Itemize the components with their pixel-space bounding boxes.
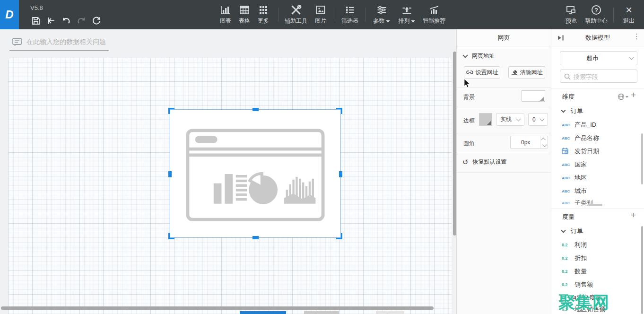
tool-chart[interactable]: 图表 — [220, 4, 231, 25]
field-search-input[interactable]: 搜索字段 — [560, 70, 637, 83]
field-row[interactable]: ABC 国家 — [551, 158, 644, 171]
filter-list-icon — [345, 4, 355, 16]
tool-label: 表格 — [239, 17, 250, 25]
field-row[interactable]: ABC 地区 — [551, 171, 644, 184]
help-center-button[interactable]: ? 帮助中心 — [585, 4, 608, 25]
field-row[interactable]: 0.2 数量 — [551, 265, 644, 278]
comment-icon — [12, 38, 22, 46]
set-url-button[interactable]: 设置网址 — [464, 66, 500, 78]
tools-icon — [290, 4, 302, 16]
measure-group-row[interactable]: 订单 — [551, 225, 644, 238]
tool-more[interactable]: 更多 — [258, 4, 269, 25]
reset-defaults-button[interactable]: ↺ 恢复默认设置 — [462, 158, 507, 166]
tool-label: 更多 — [258, 17, 269, 25]
radius-input[interactable]: 0px — [510, 136, 548, 149]
web-address-section-toggle[interactable]: 网页地址 — [463, 52, 495, 60]
add-dimension-icon[interactable]: + — [631, 90, 636, 100]
field-row[interactable]: ABC 产品_ID — [551, 118, 644, 131]
text-field-type-icon: ABC — [562, 201, 572, 205]
logo-letter: D — [5, 8, 13, 21]
redo-icon[interactable] — [76, 15, 87, 26]
dimension-group-row[interactable]: 订单 — [551, 105, 644, 118]
refresh-icon[interactable] — [91, 15, 102, 26]
measure-vertical-scrollbar[interactable] — [641, 226, 643, 314]
selection-edge-handle[interactable] — [339, 171, 342, 177]
selection-edge-handle[interactable] — [168, 171, 172, 177]
border-label: 边框 — [463, 117, 475, 125]
tool-aux-tools[interactable]: 辅助工具 — [285, 4, 307, 25]
border-style-select[interactable]: 实线 — [496, 113, 524, 126]
field-row[interactable]: ABC 产品名称 — [551, 131, 644, 145]
divider — [457, 107, 551, 107]
collapse-panel-icon[interactable] — [557, 35, 564, 41]
question-placeholder: 在此输入您的数据相关问题 — [26, 38, 106, 46]
clear-url-button[interactable]: 清除网址 — [508, 66, 545, 78]
background-label: 背景 — [463, 93, 475, 101]
field-row[interactable]: 0.2 利润 — [551, 238, 644, 252]
background-color-swatch[interactable] — [522, 90, 545, 102]
field-row[interactable]: 0.2 折扣 — [551, 252, 644, 265]
border-width-select[interactable]: 0 — [528, 113, 548, 126]
field-row[interactable]: 0.2 销售额 — [551, 278, 644, 291]
image-icon — [316, 4, 325, 16]
canvas-horizontal-scrollbar[interactable] — [1, 306, 434, 310]
dimension-vertical-scrollbar[interactable] — [641, 133, 643, 184]
tool-arrange[interactable]: 排列 — [399, 4, 415, 25]
undo-icon[interactable] — [61, 15, 72, 26]
locale-globe-button[interactable] — [618, 93, 628, 100]
border-style-value: 实线 — [500, 115, 512, 123]
bottom-scroll-fragment-blue — [240, 311, 286, 314]
preview-icon — [566, 4, 576, 16]
divider — [457, 133, 551, 133]
field-row[interactable]: ABC 子类别 — [551, 198, 644, 208]
chevron-down-icon — [462, 52, 468, 58]
selection-corner-handle[interactable] — [168, 233, 174, 239]
preview-button[interactable]: 预览 — [566, 4, 577, 25]
exit-button[interactable]: × 退出 — [623, 4, 635, 25]
back-to-start-icon[interactable] — [45, 15, 57, 26]
tool-label: 筛选器 — [341, 17, 358, 25]
model-panel-title: 数据模型 — [585, 34, 610, 42]
spinner-down-icon[interactable] — [540, 142, 548, 148]
divider — [457, 172, 551, 173]
spinner-up-icon[interactable] — [540, 136, 548, 142]
tool-label: 智能推荐 — [423, 17, 445, 25]
dimension-horizontal-scrollbar[interactable] — [588, 204, 602, 206]
border-color-swatch[interactable] — [479, 113, 492, 126]
selection-corner-handle[interactable] — [336, 108, 342, 114]
field-name: 数量 — [574, 267, 587, 276]
link-icon — [466, 70, 473, 75]
selection-edge-handle[interactable] — [252, 236, 259, 239]
toolbar-separator — [278, 8, 278, 22]
field-row[interactable]: 发货日期 — [551, 145, 644, 158]
dataset-select[interactable]: 超市 — [560, 51, 637, 65]
field-row[interactable]: ABC 城市 — [551, 184, 644, 198]
divider — [457, 87, 551, 88]
model-panel-header: 数据模型 ⋮ — [551, 29, 644, 46]
reset-icon: ↺ — [462, 159, 469, 166]
save-icon[interactable] — [30, 15, 42, 26]
kebab-menu-icon[interactable]: ⋮ — [633, 32, 640, 41]
selection-edge-handle[interactable] — [252, 108, 259, 111]
app-logo: D — [0, 0, 19, 29]
tool-image[interactable]: 图片 — [315, 4, 326, 25]
search-icon — [564, 73, 571, 80]
add-measure-icon[interactable]: + — [631, 210, 636, 220]
canvas-vertical-scrollbar[interactable] — [453, 52, 456, 236]
measures-title: 度量 — [562, 213, 574, 221]
tool-table[interactable]: 表格 — [239, 4, 250, 25]
tool-filter[interactable]: 筛选器 — [341, 4, 358, 25]
smart-chart-icon — [429, 4, 439, 16]
group-name: 订单 — [571, 227, 583, 236]
globe-icon — [618, 93, 625, 100]
question-input[interactable]: 在此输入您的数据相关问题 — [9, 36, 123, 52]
tool-params[interactable]: 参数 — [374, 4, 390, 25]
web-component-widget[interactable] — [170, 110, 340, 237]
selection-corner-handle[interactable] — [336, 233, 342, 239]
help-icon: ? — [592, 4, 601, 16]
clear-url-label: 清除网址 — [520, 69, 543, 77]
selection-corner-handle[interactable] — [168, 108, 174, 114]
tool-smart-recommend[interactable]: 智能推荐 — [423, 4, 445, 25]
chevron-down-icon — [629, 55, 634, 60]
text-field-type-icon: ABC — [562, 163, 572, 167]
